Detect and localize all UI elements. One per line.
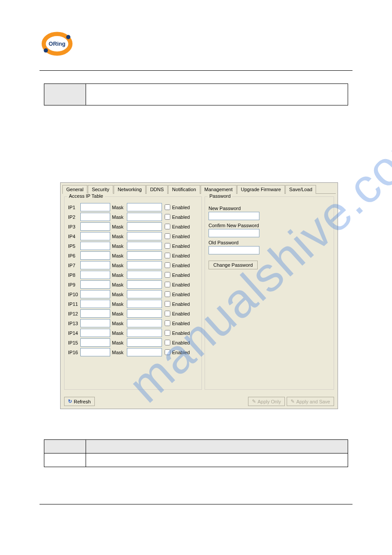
enabled-checkbox[interactable] [165, 291, 170, 297]
apply-icon: ✎ [252, 399, 256, 404]
mask-label: Mask [112, 321, 127, 326]
ip-label: IP12 [68, 311, 80, 316]
spec-body-left [44, 453, 86, 467]
enabled-checkbox[interactable] [165, 301, 170, 307]
ip-row-6: IP6MaskEnabled [68, 251, 198, 260]
save-icon: ✎ [291, 399, 295, 404]
ip-row-1: IP1MaskEnabled [68, 203, 198, 211]
ip-input[interactable] [80, 309, 110, 318]
mask-input[interactable] [127, 290, 162, 298]
mask-input[interactable] [127, 271, 162, 279]
ip-input[interactable] [80, 348, 110, 356]
password-group: Password New Password Confirm New Passwo… [205, 196, 334, 390]
apply-save-button[interactable]: ✎ Apply and Save [287, 397, 334, 406]
access-ip-table-title: Access IP Table [67, 193, 105, 199]
enabled-checkbox[interactable] [165, 214, 170, 220]
ip-row-12: IP12MaskEnabled [68, 309, 198, 318]
enabled-label: Enabled [172, 292, 190, 297]
tab-management[interactable]: Management [201, 185, 237, 194]
tab-ddns[interactable]: DDNS [146, 185, 168, 194]
mask-label: Mask [112, 340, 127, 345]
ip-input[interactable] [80, 338, 110, 347]
mask-label: Mask [112, 311, 127, 316]
enabled-checkbox[interactable] [165, 243, 170, 249]
mask-input[interactable] [127, 319, 162, 327]
ip-input[interactable] [80, 222, 110, 231]
old-password-input[interactable] [209, 246, 259, 254]
ip-input[interactable] [80, 232, 110, 240]
ip-input[interactable] [80, 242, 110, 250]
mask-label: Mask [112, 243, 127, 249]
ip-label: IP14 [68, 330, 80, 336]
ip-input[interactable] [80, 300, 110, 308]
ip-input[interactable] [80, 213, 110, 221]
mask-input[interactable] [127, 280, 162, 289]
ip-input[interactable] [80, 203, 110, 211]
ip-input[interactable] [80, 251, 110, 260]
enabled-checkbox[interactable] [165, 311, 170, 316]
new-password-input[interactable] [209, 212, 259, 220]
enabled-label: Enabled [172, 243, 190, 249]
mask-input[interactable] [127, 213, 162, 221]
spec-body-right [86, 453, 348, 467]
ip-label: IP1 [68, 205, 80, 210]
mask-input[interactable] [127, 251, 162, 260]
mask-input[interactable] [127, 242, 162, 250]
ip-input[interactable] [80, 290, 110, 298]
mask-input[interactable] [127, 309, 162, 318]
ip-row-15: IP15MaskEnabled [68, 338, 198, 347]
apply-only-button[interactable]: ✎ Apply Only [248, 397, 285, 406]
refresh-button[interactable]: ↻ Refresh [64, 397, 95, 406]
enabled-checkbox[interactable] [165, 233, 170, 239]
mask-label: Mask [112, 350, 127, 355]
enabled-checkbox[interactable] [165, 204, 170, 210]
enabled-checkbox[interactable] [165, 320, 170, 326]
ip-label: IP10 [68, 292, 80, 297]
enabled-checkbox[interactable] [165, 262, 170, 268]
apply-button-group: ✎ Apply Only ✎ Apply and Save [248, 397, 334, 406]
confirm-password-input[interactable] [209, 229, 259, 237]
mask-input[interactable] [127, 338, 162, 347]
tab-security[interactable]: Security [88, 185, 113, 194]
tab-general[interactable]: General [62, 185, 87, 194]
enabled-checkbox[interactable] [165, 330, 170, 336]
tab-upgrade-firmware[interactable]: Upgrade Firmware [237, 185, 285, 194]
tab-notification[interactable]: Notification [168, 185, 200, 194]
enabled-label: Enabled [172, 253, 190, 258]
mask-label: Mask [112, 282, 127, 287]
mask-input[interactable] [127, 222, 162, 231]
enabled-checkbox[interactable] [165, 224, 170, 229]
ip-label: IP5 [68, 243, 80, 249]
enabled-checkbox[interactable] [165, 340, 170, 345]
ip-label: IP9 [68, 282, 80, 287]
mask-input[interactable] [127, 203, 162, 211]
ip-row-9: IP9MaskEnabled [68, 280, 198, 289]
mask-label: Mask [112, 301, 127, 307]
enabled-checkbox[interactable] [165, 349, 170, 355]
ip-label: IP11 [68, 301, 80, 307]
change-password-button[interactable]: Change Password [209, 261, 258, 269]
mask-input[interactable] [127, 300, 162, 308]
ip-input[interactable] [80, 280, 110, 289]
enabled-checkbox[interactable] [165, 282, 170, 287]
mask-label: Mask [112, 272, 127, 278]
mask-input[interactable] [127, 261, 162, 269]
ip-input[interactable] [80, 261, 110, 269]
spec-header-right [86, 440, 348, 453]
tab-networking[interactable]: Networking [114, 185, 146, 194]
mask-label: Mask [112, 263, 127, 268]
confirm-password-label: Confirm New Password [209, 223, 330, 228]
ip-input[interactable] [80, 271, 110, 279]
enabled-checkbox[interactable] [165, 253, 170, 258]
ip-input[interactable] [80, 329, 110, 337]
top-separator [40, 70, 352, 71]
tab-body-security: Access IP Table IP1MaskEnabledIP2MaskEna… [62, 194, 336, 394]
mask-input[interactable] [127, 348, 162, 356]
tab-save-load[interactable]: Save/Load [285, 185, 316, 194]
enabled-checkbox[interactable] [165, 272, 170, 278]
info-box-left-cell [44, 84, 86, 105]
ip-input[interactable] [80, 319, 110, 327]
mask-input[interactable] [127, 232, 162, 240]
ip-row-4: IP4MaskEnabled [68, 232, 198, 240]
mask-input[interactable] [127, 329, 162, 337]
